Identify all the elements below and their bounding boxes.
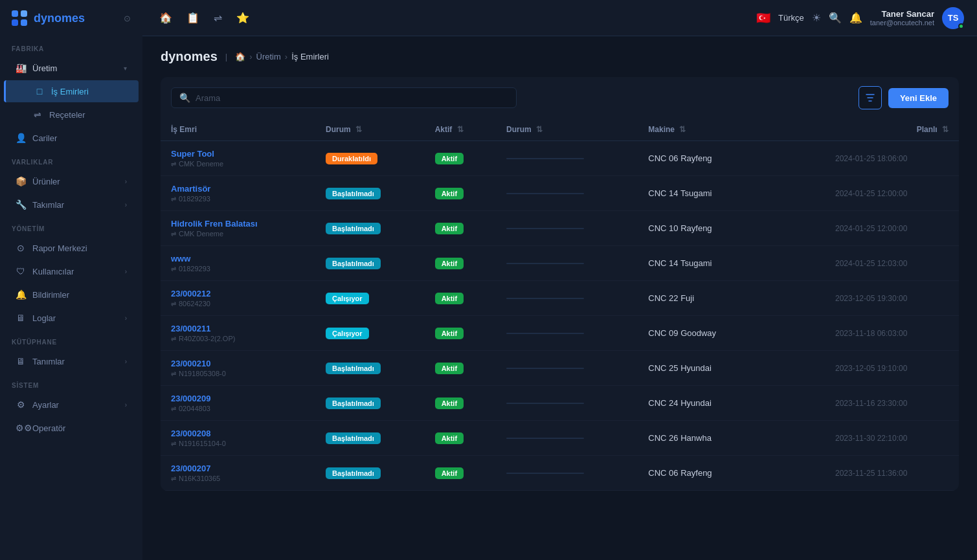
sidebar-item-rapor-merkezi[interactable]: ⊙ Rapor Merkezi — [4, 237, 139, 259]
sidebar-item-kullanicilar[interactable]: 🛡 Kullanıcılar › — [4, 260, 139, 282]
table-row[interactable]: 23/000211 ⇌ R40Z003-2(2.OP) Çalışıyor Ak… — [161, 316, 959, 351]
table-row[interactable]: 23/000209 ⇌ 02044803 Başlatılmadı Aktif … — [161, 386, 959, 421]
cell-makine: CNC 24 Hyundai — [638, 386, 825, 421]
is-emri-name[interactable]: Amartisör — [171, 184, 305, 194]
is-emri-name[interactable]: 23/000209 — [171, 394, 305, 403]
language-selector[interactable]: Türkçe — [778, 13, 804, 23]
filter-button[interactable] — [859, 86, 882, 109]
docs-nav-icon[interactable]: 📋 — [183, 8, 203, 28]
sidebar-item-operator[interactable]: ⚙⚙ Operatör — [4, 417, 139, 439]
col-makine[interactable]: Makine ⇅ — [638, 118, 825, 141]
machine-name: CNC 10 Rayfeng — [648, 223, 712, 233]
online-indicator — [958, 23, 964, 29]
col-planli[interactable]: Planlı ⇅ — [825, 118, 959, 141]
aktif-badge: Aktif — [435, 153, 464, 164]
is-emri-name[interactable]: 23/000212 — [171, 289, 305, 298]
table-row[interactable]: www ⇌ 01829293 Başlatılmadı Aktif CNC 14… — [161, 246, 959, 281]
sidebar-item-is-emirleri[interactable]: □ İş Emirleri — [4, 80, 139, 102]
is-emri-name[interactable]: www — [171, 254, 305, 263]
search-topbar-icon[interactable]: 🔍 — [829, 12, 842, 24]
table-row[interactable]: Amartisör ⇌ 01829293 Başlatılmadı Aktif … — [161, 176, 959, 211]
section-label-sistem: SİSTEM — [0, 373, 142, 393]
main-area: 🏠 📋 ⇌ ⭐ 🇹🇷 Türkçe ☀ 🔍 🔔 Taner Sancar tan… — [142, 0, 977, 560]
section-label-yonetim: YÖNETİM — [0, 216, 142, 236]
sidebar-item-loglar[interactable]: 🖥 Loglar › — [4, 307, 139, 329]
cell-is-emri: www ⇌ 01829293 — [161, 246, 315, 281]
sidebar-item-uretim-label: Üretim — [32, 63, 117, 73]
cell-durum2 — [496, 141, 638, 176]
sub-icon: ⇌ — [171, 265, 176, 273]
table-row[interactable]: 23/000210 ⇌ N191805308-0 Başlatılmadı Ak… — [161, 351, 959, 386]
sidebar-item-bildirimler[interactable]: 🔔 Bildirimler — [4, 284, 139, 306]
machine-name: CNC 14 Tsugami — [648, 258, 712, 268]
status-badge: Başlatılmadı — [326, 467, 381, 479]
table-row[interactable]: 23/000208 ⇌ N191615104-0 Başlatılmadı Ak… — [161, 421, 959, 456]
cell-aktif: Aktif — [425, 176, 496, 211]
is-emri-name[interactable]: 23/000208 — [171, 429, 305, 438]
table-row[interactable]: Hidrolik Fren Balatası ⇌ CMK Deneme Başl… — [161, 211, 959, 246]
table-container: 🔍 Yeni Ekle İş Emri Durum ⇅ Akt — [161, 77, 959, 491]
is-emri-name[interactable]: Super Tool — [171, 149, 305, 159]
factory-icon: 🏭 — [16, 63, 26, 73]
sidebar-item-receteler[interactable]: ⇌ Reçeteler — [4, 104, 139, 126]
cell-is-emri: Amartisör ⇌ 01829293 — [161, 176, 315, 211]
progress-line — [506, 473, 584, 474]
sidebar-item-ayarlar[interactable]: ⚙ Ayarlar › — [4, 394, 139, 416]
status-badge: Duraklatıldı — [326, 153, 377, 164]
is-emri-name[interactable]: 23/000211 — [171, 324, 305, 333]
table-row[interactable]: Super Tool ⇌ CMK Deneme Duraklatıldı Akt… — [161, 141, 959, 176]
cell-durum: Başlatılmadı — [315, 211, 425, 246]
user-avatar[interactable]: TS — [942, 7, 964, 29]
sub-icon: ⇌ — [171, 475, 176, 482]
sun-icon[interactable]: ☀ — [812, 12, 821, 24]
is-emri-sub: ⇌ 80624230 — [171, 300, 305, 308]
date-text: 2023-11-30 22:10:00 — [835, 434, 907, 443]
sidebar-item-tanimlar[interactable]: 🖥 Tanımlar › — [4, 350, 139, 372]
progress-line — [506, 403, 584, 404]
col-durum2[interactable]: Durum ⇅ — [496, 118, 638, 141]
sidebar-item-cariler[interactable]: 👤 Cariler — [4, 127, 139, 149]
is-emri-name[interactable]: 23/000210 — [171, 359, 305, 368]
cell-makine: CNC 14 Tsugami — [638, 176, 825, 211]
aktif-badge: Aktif — [435, 293, 464, 304]
breadcrumb-uretim[interactable]: Üretim — [256, 52, 281, 62]
sidebar-settings-icon[interactable]: ⊙ — [124, 14, 131, 23]
bell-icon: 🔔 — [16, 289, 26, 300]
col-aktif[interactable]: Aktif ⇅ — [425, 118, 496, 141]
cell-makine: CNC 06 Rayfeng — [638, 456, 825, 491]
is-emri-sub: ⇌ CMK Deneme — [171, 230, 305, 238]
progress-line — [506, 368, 584, 369]
operator-icon: ⚙⚙ — [16, 423, 26, 433]
status-badge: Başlatılmadı — [326, 188, 381, 199]
notification-icon[interactable]: 🔔 — [849, 12, 862, 24]
machine-name: CNC 22 Fuji — [648, 293, 694, 303]
chevron-right-icon: › — [125, 178, 127, 185]
col-durum[interactable]: Durum ⇅ — [315, 118, 425, 141]
search-input[interactable] — [196, 93, 508, 103]
clients-icon: 👤 — [16, 133, 26, 143]
sidebar-item-uretim[interactable]: 🏭 Üretim ▾ — [4, 57, 139, 79]
machine-name: CNC 09 Goodway — [648, 328, 716, 338]
home-nav-icon[interactable]: 🏠 — [155, 8, 176, 28]
breadcrumb-home-icon[interactable]: 🏠 — [235, 52, 245, 62]
sidebar-item-takimlar[interactable]: 🔧 Takımlar › — [4, 194, 139, 216]
branch-nav-icon[interactable]: ⇌ — [210, 8, 226, 28]
date-text: 2023-11-16 23:30:00 — [835, 399, 907, 408]
sub-icon: ⇌ — [171, 196, 176, 203]
cell-durum2 — [496, 421, 638, 456]
section-label-fabrika: FABRIKA — [0, 36, 142, 56]
status-badge: Başlatılmadı — [326, 432, 381, 444]
table-row[interactable]: 23/000212 ⇌ 80624230 Çalışıyor Aktif CNC… — [161, 281, 959, 316]
search-box[interactable]: 🔍 — [171, 87, 517, 108]
progress-line — [506, 228, 584, 229]
star-nav-icon[interactable]: ⭐ — [232, 8, 253, 28]
sub-icon: ⇌ — [171, 335, 176, 342]
cell-aktif: Aktif — [425, 351, 496, 386]
sidebar-item-urunler[interactable]: 📦 Ürünler › — [4, 170, 139, 192]
sidebar-item-is-emirleri-label: İş Emirleri — [51, 87, 127, 96]
status-badge: Başlatılmadı — [326, 258, 381, 269]
is-emri-name[interactable]: 23/000207 — [171, 464, 305, 473]
table-row[interactable]: 23/000207 ⇌ N16K310365 Başlatılmadı Akti… — [161, 456, 959, 491]
new-add-button[interactable]: Yeni Ekle — [888, 88, 949, 108]
is-emri-name[interactable]: Hidrolik Fren Balatası — [171, 219, 305, 229]
